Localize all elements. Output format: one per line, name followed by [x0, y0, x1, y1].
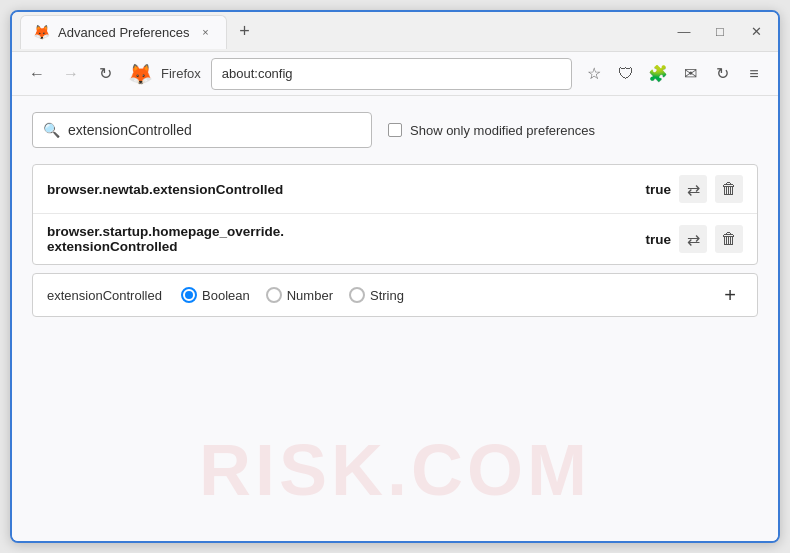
search-input[interactable]: [68, 122, 348, 138]
delete-button-2[interactable]: 🗑: [715, 225, 743, 253]
new-pref-name: extensionControlled: [47, 288, 167, 303]
search-icon: 🔍: [43, 122, 60, 138]
search-box[interactable]: 🔍: [32, 112, 372, 148]
radio-string-circle: [349, 287, 365, 303]
address-bar[interactable]: about:config: [211, 58, 572, 90]
toggle-icon-2: ⇄: [687, 230, 700, 249]
toggle-icon-1: ⇄: [687, 180, 700, 199]
url-text: about:config: [222, 66, 293, 81]
pref-name-2-line2: extensionControlled: [47, 239, 637, 254]
results-table: browser.newtab.extensionControlled true …: [32, 164, 758, 265]
refresh-button[interactable]: ↻: [90, 59, 120, 89]
type-radio-group: Boolean Number String: [181, 287, 703, 303]
nav-bar: ← → ↻ 🦊 Firefox about:config ☆ 🛡 🧩 ✉ ↻ ≡: [12, 52, 778, 96]
search-row: 🔍 Show only modified preferences: [32, 112, 758, 148]
back-button[interactable]: ←: [22, 59, 52, 89]
mail-button[interactable]: ✉: [676, 60, 704, 88]
extension-button[interactable]: 🧩: [644, 60, 672, 88]
title-bar: 🦊 Advanced Preferences × + — □ ✕: [12, 12, 778, 52]
bookmark-button[interactable]: ☆: [580, 60, 608, 88]
minimize-button[interactable]: —: [670, 18, 698, 46]
toggle-button-2[interactable]: ⇄: [679, 225, 707, 253]
firefox-logo: 🦊: [128, 62, 153, 86]
new-pref-row: extensionControlled Boolean Number Strin…: [32, 273, 758, 317]
table-row: browser.startup.homepage_override. exten…: [33, 214, 757, 264]
shield-button[interactable]: 🛡: [612, 60, 640, 88]
tab-title: Advanced Preferences: [58, 25, 190, 40]
forward-button[interactable]: →: [56, 59, 86, 89]
radio-number[interactable]: Number: [266, 287, 333, 303]
pref-name-1: browser.newtab.extensionControlled: [47, 182, 637, 197]
toggle-button-1[interactable]: ⇄: [679, 175, 707, 203]
sync-button[interactable]: ↻: [708, 60, 736, 88]
tab-close-button[interactable]: ×: [198, 24, 214, 40]
content-area: RISK.COM 🔍 Show only modified preference…: [12, 96, 778, 541]
trash-icon-2: 🗑: [721, 230, 737, 248]
nav-icons: ☆ 🛡 🧩 ✉ ↻ ≡: [580, 60, 768, 88]
show-modified-checkbox[interactable]: [388, 123, 402, 137]
row1-actions: ⇄ 🗑: [679, 175, 743, 203]
show-modified-label: Show only modified preferences: [410, 123, 595, 138]
row2-actions: ⇄ 🗑: [679, 225, 743, 253]
radio-boolean-circle: [181, 287, 197, 303]
menu-button[interactable]: ≡: [740, 60, 768, 88]
radio-number-label: Number: [287, 288, 333, 303]
watermark: RISK.COM: [199, 429, 591, 511]
radio-number-circle: [266, 287, 282, 303]
radio-boolean[interactable]: Boolean: [181, 287, 250, 303]
radio-boolean-label: Boolean: [202, 288, 250, 303]
browser-name-label: Firefox: [161, 66, 201, 81]
active-tab[interactable]: 🦊 Advanced Preferences ×: [20, 15, 227, 49]
radio-string[interactable]: String: [349, 287, 404, 303]
close-button[interactable]: ✕: [742, 18, 770, 46]
table-row: browser.newtab.extensionControlled true …: [33, 165, 757, 214]
pref-value-1: true: [645, 182, 671, 197]
tab-favicon: 🦊: [33, 24, 50, 40]
window-controls: — □ ✕: [670, 18, 770, 46]
maximize-button[interactable]: □: [706, 18, 734, 46]
add-preference-button[interactable]: +: [717, 282, 743, 308]
pref-value-2: true: [645, 232, 671, 247]
browser-window: 🦊 Advanced Preferences × + — □ ✕ ← → ↻ 🦊…: [10, 10, 780, 543]
show-modified-row: Show only modified preferences: [388, 123, 595, 138]
pref-name-2: browser.startup.homepage_override. exten…: [47, 224, 637, 254]
delete-button-1[interactable]: 🗑: [715, 175, 743, 203]
trash-icon-1: 🗑: [721, 180, 737, 198]
new-tab-button[interactable]: +: [231, 18, 259, 46]
radio-string-label: String: [370, 288, 404, 303]
pref-name-2-line1: browser.startup.homepage_override.: [47, 224, 637, 239]
